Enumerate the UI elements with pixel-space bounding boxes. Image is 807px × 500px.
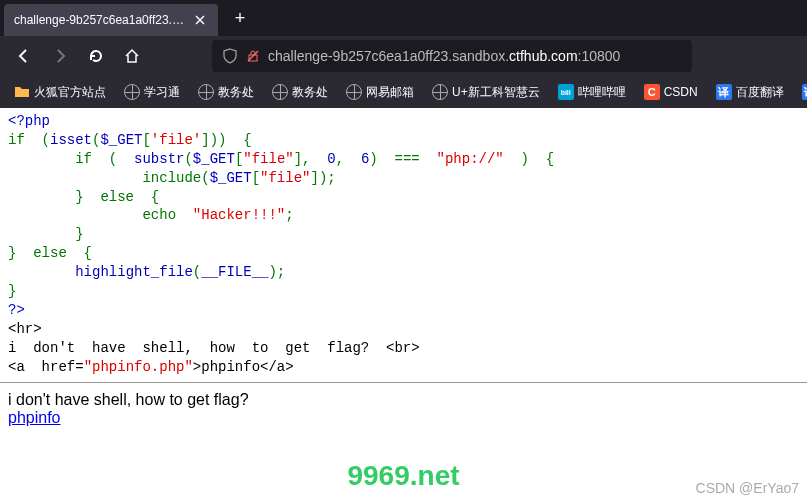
csdn-icon: C — [644, 84, 660, 100]
lock-icon — [246, 49, 260, 63]
page-content: <?php if (isset($_GET['file'])) { if ( s… — [0, 108, 807, 380]
php-close-tag: ?> — [8, 302, 25, 318]
back-button[interactable] — [8, 40, 40, 72]
tab-bar: challenge-9b257c6ea1a0ff23.san + — [0, 0, 807, 36]
bookmark-item[interactable]: 学习通 — [118, 82, 186, 103]
nav-bar: challenge-9b257c6ea1a0ff23.sandbox.ctfhu… — [0, 36, 807, 76]
plain-output: i don't have shell, how to get flag? php… — [0, 385, 807, 427]
forward-button[interactable] — [44, 40, 76, 72]
folder-icon — [14, 84, 30, 100]
bookmark-item[interactable]: 网易邮箱 — [340, 82, 420, 103]
message-text: i don't have shell, how to get flag? — [8, 391, 799, 409]
globe-icon — [124, 84, 140, 100]
watermark-csdn: CSDN @ErYao7 — [696, 480, 799, 496]
globe-icon — [272, 84, 288, 100]
browser-tab[interactable]: challenge-9b257c6ea1a0ff23.san — [4, 4, 218, 36]
home-button[interactable] — [116, 40, 148, 72]
tab-close-icon[interactable] — [192, 12, 208, 28]
globe-icon — [198, 84, 214, 100]
bookmark-item[interactable]: 译百度翻译 — [710, 82, 790, 103]
tab-title: challenge-9b257c6ea1a0ff23.san — [14, 13, 184, 27]
watermark-9969: 9969.net — [347, 460, 459, 492]
bookmark-item[interactable]: 火狐官方站点 — [8, 82, 112, 103]
bookmark-label: 哔哩哔哩 — [578, 84, 626, 101]
bookmark-label: 教务处 — [292, 84, 328, 101]
bookmarks-bar: 火狐官方站点学习通教务处教务处网易邮箱U+新工科智慧云bili哔哩哔哩CCSDN… — [0, 76, 807, 108]
php-open-tag: <?php — [8, 113, 50, 129]
bookmark-label: 学习通 — [144, 84, 180, 101]
url-bar[interactable]: challenge-9b257c6ea1a0ff23.sandbox.ctfhu… — [212, 40, 692, 72]
reload-button[interactable] — [80, 40, 112, 72]
globe-icon — [432, 84, 448, 100]
bookmark-label: 百度翻译 — [736, 84, 784, 101]
url-text: challenge-9b257c6ea1a0ff23.sandbox.ctfhu… — [268, 48, 620, 64]
baidu-icon: 译 — [716, 84, 732, 100]
bookmark-label: 网易邮箱 — [366, 84, 414, 101]
new-tab-button[interactable]: + — [226, 4, 254, 32]
shield-icon — [222, 48, 238, 64]
bookmark-label: 教务处 — [218, 84, 254, 101]
bookmark-item[interactable]: bili哔哩哔哩 — [552, 82, 632, 103]
bookmark-label: 火狐官方站点 — [34, 84, 106, 101]
phpinfo-link[interactable]: phpinfo — [8, 409, 61, 426]
divider — [0, 382, 807, 383]
baidu-icon: 译 — [802, 84, 807, 100]
bili-icon: bili — [558, 84, 574, 100]
bookmark-item[interactable]: 教务处 — [192, 82, 260, 103]
bookmark-item[interactable]: U+新工科智慧云 — [426, 82, 546, 103]
bookmark-item[interactable]: CCSDN — [638, 82, 704, 102]
bookmark-item[interactable]: 译百度 — [796, 82, 807, 103]
bookmark-item[interactable]: 教务处 — [266, 82, 334, 103]
bookmark-label: U+新工科智慧云 — [452, 84, 540, 101]
bookmark-label: CSDN — [664, 85, 698, 99]
globe-icon — [346, 84, 362, 100]
